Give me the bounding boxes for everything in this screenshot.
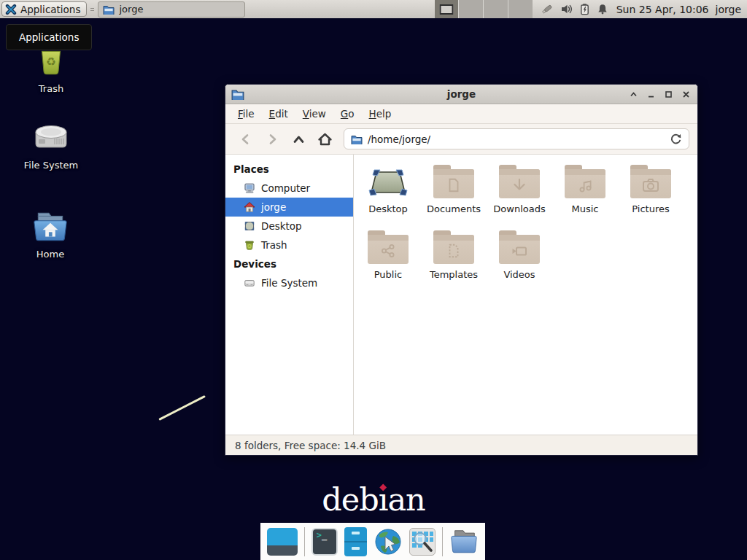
hard-drive-icon (30, 118, 72, 155)
file-item-templates[interactable]: Templates (421, 230, 487, 280)
maximize-button[interactable] (664, 90, 673, 99)
menu-edit[interactable]: Edit (262, 104, 295, 123)
taskbar-window-button[interactable]: jorge (98, 1, 245, 18)
sidebar-item-trash[interactable]: Trash (225, 236, 353, 254)
window-titlebar[interactable]: jorge (225, 85, 697, 104)
status-bar: 8 folders, Free space: 14.4 GiB (225, 435, 697, 455)
template-document-icon (446, 242, 462, 260)
desktop-icon-label: File System (24, 160, 78, 171)
notifications-bell-icon[interactable] (597, 3, 608, 15)
sidebar-item-computer[interactable]: Computer (225, 179, 353, 198)
web-browser-launcher[interactable] (374, 526, 403, 557)
panel-clock[interactable]: Sun 25 Apr, 10:06 (616, 4, 709, 15)
menu-file[interactable]: File (231, 104, 262, 123)
terminal-launcher[interactable]: >_ (311, 528, 338, 556)
dock-separator (442, 527, 443, 556)
file-item-documents[interactable]: Documents (421, 165, 487, 214)
sidebar-item-label: Computer (261, 182, 310, 194)
desktop-icon-label: Trash (39, 83, 63, 94)
computer-icon (244, 182, 255, 194)
sidebar: Places Computer jorge (225, 155, 354, 435)
workspace-4[interactable] (508, 0, 533, 18)
sidebar-item-label: Desktop (261, 220, 302, 232)
folder-icon (630, 169, 671, 198)
music-notes-icon (576, 176, 594, 194)
file-item-videos[interactable]: Videos (487, 230, 552, 280)
sidebar-header-devices: Devices (225, 254, 353, 273)
desktop-icon-home[interactable]: Home (17, 210, 84, 260)
home-icon (244, 201, 255, 213)
svg-text:♻: ♻ (46, 55, 56, 69)
magnifier-tiles-icon (411, 530, 434, 553)
file-label: Music (572, 203, 599, 214)
debian-logo-i: ı (379, 481, 388, 518)
reload-icon[interactable] (670, 133, 682, 145)
up-button[interactable] (286, 128, 311, 150)
battery-charging-icon[interactable] (579, 3, 590, 15)
taskbar-window-label: jorge (119, 4, 143, 15)
top-panel: Applications jorge (0, 0, 747, 18)
back-button[interactable] (233, 128, 258, 150)
system-tray (540, 3, 608, 16)
menu-go[interactable]: Go (333, 104, 362, 123)
workspace-window-preview (440, 4, 454, 15)
path-bar[interactable]: /home/jorge/ (344, 128, 689, 149)
sidebar-item-label: jorge (261, 201, 286, 213)
debian-logo-text: deb (322, 481, 379, 518)
window-folder-icon (231, 88, 244, 102)
stylus-icon[interactable] (540, 3, 554, 16)
panel-grip-handle[interactable] (89, 3, 95, 16)
forward-button[interactable] (260, 128, 285, 150)
show-desktop-button[interactable] (267, 528, 298, 556)
workspace-3[interactable] (484, 0, 508, 18)
workspace-pager (435, 0, 533, 18)
workspace-1[interactable] (435, 0, 460, 18)
file-cabinet-launcher[interactable] (344, 527, 366, 556)
menubar: File Edit View Go Help (225, 104, 697, 124)
file-item-music[interactable]: Music (552, 165, 618, 214)
sidebar-item-jorge[interactable]: jorge (225, 198, 353, 217)
video-camera-icon (510, 242, 529, 260)
window-content: Places Computer jorge (225, 155, 697, 435)
menu-view[interactable]: View (295, 104, 333, 123)
folder-launcher[interactable] (449, 528, 479, 556)
panel-username[interactable]: jorge (716, 4, 741, 15)
close-button[interactable] (681, 90, 691, 99)
file-label: Desktop (368, 203, 408, 214)
drawer-handle (352, 532, 360, 534)
application-finder-launcher[interactable] (409, 528, 436, 556)
file-label: Downloads (493, 203, 545, 214)
toolbar: /home/jorge/ (225, 124, 697, 155)
file-label: Public (374, 269, 402, 280)
minimize-button[interactable] (646, 90, 656, 99)
sidebar-item-file-system[interactable]: File System (225, 273, 353, 292)
share-icon (379, 242, 397, 260)
file-item-pictures[interactable]: Pictures (618, 165, 684, 214)
mouse-cursor (158, 395, 206, 421)
sidebar-item-desktop[interactable]: Desktop (225, 217, 353, 236)
camera-icon (641, 176, 660, 194)
hard-drive-icon (244, 277, 255, 289)
desktop-icon-file-system[interactable]: File System (18, 118, 85, 171)
status-text: 8 folders, Free space: 14.4 GiB (235, 440, 386, 451)
file-label: Pictures (632, 203, 669, 214)
xfce-applications-icon (5, 4, 17, 15)
menu-help[interactable]: Help (362, 104, 399, 123)
document-glyph-icon (446, 176, 462, 194)
file-manager-window: jorge File Edit View Go Help (225, 84, 698, 456)
sidebar-item-label: Trash (261, 239, 287, 251)
volume-icon[interactable] (560, 3, 573, 15)
path-input[interactable]: /home/jorge/ (368, 133, 665, 145)
file-item-desktop[interactable]: Desktop (355, 165, 421, 214)
folder-icon (565, 169, 605, 198)
workspace-2[interactable] (459, 0, 484, 18)
window-title: jorge (225, 88, 697, 100)
shade-button[interactable] (629, 90, 638, 99)
folder-icon (368, 235, 409, 264)
sidebar-header-places: Places (225, 160, 353, 179)
home-button[interactable] (312, 128, 337, 150)
file-item-public[interactable]: Public (355, 230, 421, 280)
applications-menu-button[interactable]: Applications (1, 1, 87, 17)
file-item-downloads[interactable]: Downloads (487, 165, 552, 214)
path-folder-icon (351, 134, 363, 144)
